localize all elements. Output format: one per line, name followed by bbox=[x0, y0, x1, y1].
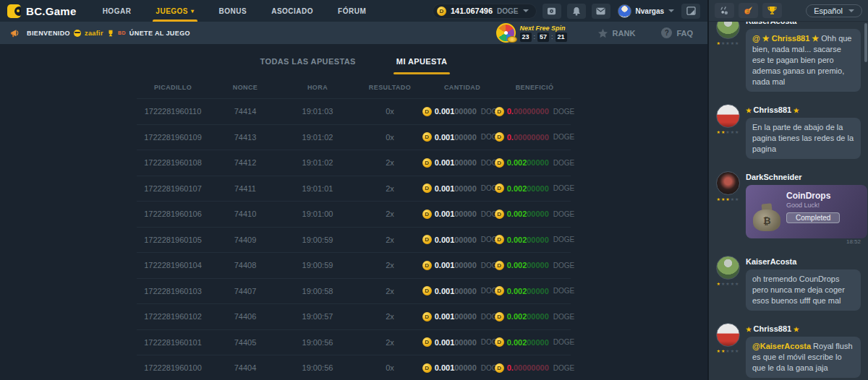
balance-selector[interactable]: D 141.067496 DOGE bbox=[433, 4, 537, 19]
cell-hash: 1722281960106 bbox=[137, 210, 209, 218]
nav-item-fórum[interactable]: FÓRUM bbox=[338, 0, 366, 22]
timer-separator: : bbox=[551, 33, 553, 40]
table-row[interactable]: 17222819601007440419:00:560xD0.00100000D… bbox=[137, 355, 571, 380]
doge-coin-icon: D bbox=[422, 210, 432, 219]
envelope-icon bbox=[596, 7, 605, 15]
star-icon: ★ bbox=[735, 282, 739, 286]
star-icon: ★ bbox=[735, 41, 739, 46]
rain-button[interactable] bbox=[715, 3, 734, 18]
cell-hash: 1722281960100 bbox=[137, 363, 209, 372]
table-row[interactable]: 17222819601017440519:00:562xD0.00100000D… bbox=[137, 329, 571, 355]
megaphone-icon bbox=[10, 28, 21, 38]
table-row[interactable]: 17222819601057440919:00:592xD0.00100000D… bbox=[137, 227, 571, 253]
messages-button[interactable] bbox=[592, 4, 610, 19]
star-icon: ★ bbox=[726, 197, 729, 202]
cell-hash: 1722281960103 bbox=[137, 287, 209, 295]
coindrops-subtitle: Good Luck! bbox=[786, 202, 860, 209]
balance-amount: 141.067496 bbox=[451, 7, 493, 15]
rank-link[interactable]: RANK bbox=[597, 28, 636, 38]
currency-label: DOGE bbox=[553, 338, 574, 346]
chat-username[interactable]: ★ Chriss881 ★ bbox=[746, 105, 861, 114]
cell-profit: D0.00000000DOGE bbox=[498, 363, 571, 373]
chat-message-left: ★★★★★ bbox=[715, 22, 741, 96]
chat-username[interactable]: ★ Chriss881 ★ bbox=[746, 324, 861, 333]
cell-time: 19:01:03 bbox=[281, 107, 354, 116]
star-icon: ★ bbox=[731, 41, 734, 46]
avatar[interactable] bbox=[716, 323, 740, 347]
coindrops-completed-button[interactable]: Completed bbox=[786, 212, 840, 223]
table-row[interactable]: 17222819601047440819:00:592xD0.00100000D… bbox=[137, 252, 571, 278]
avatar[interactable] bbox=[716, 104, 740, 128]
star-icon: ★ bbox=[721, 130, 725, 134]
doge-coin-icon: D bbox=[422, 261, 432, 270]
tab-mi-apuesta[interactable]: MI APUESTA bbox=[393, 47, 451, 74]
table-row[interactable]: 17222819601067441019:01:002xD0.00100000D… bbox=[137, 201, 571, 227]
tab-todas-las-apuestas[interactable]: TODAS LAS APUESTAS bbox=[258, 47, 359, 74]
cell-profit-value: 0.00200000 bbox=[507, 158, 549, 167]
chat-username[interactable]: KaiserAcosta bbox=[746, 22, 861, 25]
table-row[interactable]: 17222819601107441419:01:030xD0.00100000D… bbox=[137, 98, 571, 124]
cell-nonce: 74404 bbox=[209, 363, 281, 372]
nav-item-bonus[interactable]: BONUS bbox=[219, 0, 247, 22]
user-menu[interactable]: Nvargas bbox=[618, 4, 674, 18]
contest-button[interactable] bbox=[762, 3, 782, 18]
faq-link[interactable]: ? FAQ bbox=[661, 27, 693, 38]
cell-nonce: 74409 bbox=[209, 236, 281, 244]
star-icon: ★ bbox=[717, 41, 720, 46]
chat-username[interactable]: KaiserAcosta bbox=[746, 257, 861, 266]
cell-time: 19:01:00 bbox=[281, 210, 354, 218]
table-row[interactable]: 17222819601027440619:00:572xD0.00100000D… bbox=[137, 303, 571, 329]
cell-hash: 1722281960107 bbox=[137, 184, 209, 193]
nav-item-asociado[interactable]: ASOCIADO bbox=[271, 0, 313, 22]
bets-tabs: TODAS LAS APUESTASMI APUESTA bbox=[0, 44, 707, 77]
nav-item-hogar[interactable]: HOGAR bbox=[103, 0, 132, 22]
table-row[interactable]: 17222819601037440719:00:582xD0.00100000D… bbox=[137, 278, 571, 304]
chat-username[interactable]: DarkSchneider bbox=[746, 173, 861, 181]
svg-text:B: B bbox=[746, 9, 749, 14]
brand-logo[interactable]: BC.Game bbox=[7, 4, 77, 18]
doge-coin-icon: D bbox=[495, 183, 504, 193]
table-row[interactable]: 17222819601077441119:01:012xD0.00100000D… bbox=[137, 176, 571, 202]
mention-link[interactable]: @ ★ Chriss881 ★ bbox=[752, 34, 819, 43]
brand-logo-icon bbox=[7, 4, 21, 18]
cell-amount-value: 0.00100000 bbox=[435, 158, 477, 167]
chat-scrollbar[interactable] bbox=[864, 23, 867, 62]
cell-profit-value: 0.00000000 bbox=[507, 133, 549, 142]
notifications-button[interactable] bbox=[567, 4, 586, 19]
avatar[interactable] bbox=[716, 171, 740, 195]
mention-link[interactable]: @KaiserAcosta bbox=[752, 342, 811, 350]
column-header-cantidad: CANTIDAD bbox=[426, 84, 498, 91]
panel-toggle-icon bbox=[686, 7, 696, 15]
bets-table: PICADILLONONCEHORARESULTADOCANTIDADBENEF… bbox=[137, 77, 571, 380]
language-selector[interactable]: Español bbox=[806, 4, 862, 17]
free-spin-widget[interactable]: Next Free Spin 23: 57: 21 bbox=[496, 23, 567, 43]
faq-label: FAQ bbox=[676, 29, 693, 38]
cell-profit-value: 0.00000000 bbox=[507, 107, 549, 116]
star-icon: ★ bbox=[735, 349, 739, 353]
nav-item-juegos[interactable]: JUEGOS▾ bbox=[156, 0, 194, 22]
star-icon: ★ bbox=[717, 349, 720, 353]
cell-hash: 1722281960109 bbox=[137, 133, 209, 142]
cell-time: 19:00:57 bbox=[281, 312, 354, 321]
star-icon: ★ bbox=[726, 349, 729, 353]
cell-result: 2x bbox=[354, 287, 426, 295]
table-row[interactable]: 17222819601087441219:01:022xD0.00100000D… bbox=[137, 150, 571, 176]
star-icon: ★ bbox=[721, 41, 725, 46]
cell-result: 2x bbox=[354, 338, 426, 347]
avatar[interactable] bbox=[716, 256, 740, 280]
avatar[interactable] bbox=[716, 22, 740, 39]
vault-button[interactable] bbox=[542, 4, 561, 19]
collapse-chat-button[interactable] bbox=[681, 4, 700, 19]
cell-hash: 1722281960110 bbox=[137, 107, 209, 116]
chat-message-content: KaiserAcostaoh tremendo CounDrops pero n… bbox=[746, 256, 861, 315]
welcome-username[interactable]: zaafir bbox=[85, 30, 103, 37]
cool-emoji-icon bbox=[74, 30, 81, 37]
table-row[interactable]: 17222819601097441319:01:020xD0.00100000D… bbox=[137, 124, 571, 150]
fireball-icon: B bbox=[744, 6, 754, 15]
navbar-right: D 141.067496 DOGE Nvargas bbox=[433, 4, 700, 19]
star-icon: ★ bbox=[726, 130, 729, 134]
trophy-icon bbox=[767, 6, 777, 15]
coindrop-button[interactable]: B bbox=[739, 3, 758, 18]
cell-profit-value: 0.00200000 bbox=[507, 338, 549, 347]
currency-label: DOGE bbox=[553, 210, 574, 218]
